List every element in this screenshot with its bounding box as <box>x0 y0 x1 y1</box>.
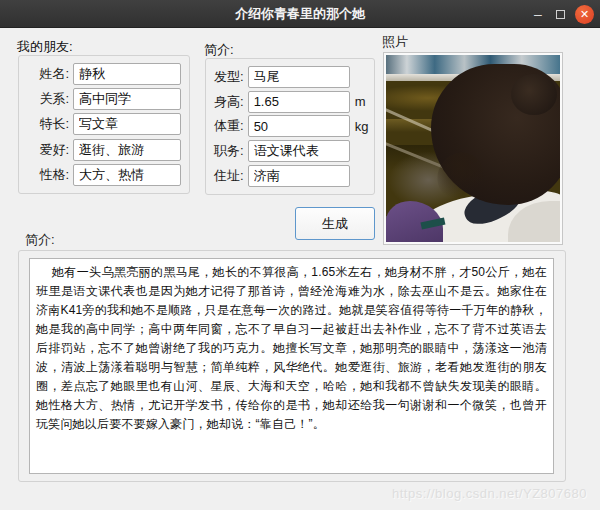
watermark-text: https://blog.csdn.net/YZ807680 <box>392 486 587 501</box>
duty-label: 职务: <box>214 142 244 160</box>
relation-input[interactable] <box>73 88 181 110</box>
address-input[interactable] <box>248 165 350 187</box>
photo-label: 照片 <box>382 33 408 51</box>
weight-unit: kg <box>355 119 369 134</box>
name-label: 姓名: <box>27 65 69 83</box>
field-row-specialty: 特长: <box>27 113 181 135</box>
height-unit: m <box>355 94 366 109</box>
specialty-label: 特长: <box>27 115 69 133</box>
personality-label: 性格: <box>27 166 69 184</box>
minimize-button-icon[interactable]: – <box>530 9 546 19</box>
summary-text: 她有一头乌黑亮丽的黑马尾，她长的不算很高，1.65米左右，她身材不胖，才50公斤… <box>30 259 553 438</box>
profile-groupbox: 简介: 发型: 身高: m 体重: kg 职务: <box>205 58 375 195</box>
field-row-duty: 职务: <box>214 140 366 162</box>
height-input[interactable] <box>248 91 350 113</box>
photo-hair-bun <box>511 74 556 115</box>
address-label: 住址: <box>214 167 244 185</box>
personality-input[interactable] <box>73 164 181 186</box>
field-row-hobby: 爱好: <box>27 139 181 161</box>
window-title: 介绍你青春里的那个她 <box>235 5 365 23</box>
weight-input[interactable] <box>248 115 350 137</box>
hobby-input[interactable] <box>73 139 181 161</box>
field-row-weight: 体重: kg <box>214 115 366 137</box>
summary-textedit[interactable]: 她有一头乌黑亮丽的黑马尾，她长的不算很高，1.65米左右，她身材不胖，才50公斤… <box>29 258 554 474</box>
weight-label: 体重: <box>214 117 244 135</box>
field-row-relation: 关系: <box>27 88 181 110</box>
field-row-address: 住址: <box>214 165 366 187</box>
name-input[interactable] <box>73 63 181 85</box>
summary-label: 简介: <box>25 231 55 249</box>
summary-groupbox: 她有一头乌黑亮丽的黑马尾，她长的不算很高，1.65米左右，她身材不胖，才50公斤… <box>18 250 566 482</box>
height-label: 身高: <box>214 93 244 111</box>
hobby-label: 爱好: <box>27 141 69 159</box>
photo-frame <box>383 52 563 245</box>
hairstyle-label: 发型: <box>214 68 244 86</box>
maximize-button-icon[interactable] <box>556 10 565 19</box>
relation-label: 关系: <box>27 90 69 108</box>
field-row-personality: 性格: <box>27 164 181 186</box>
close-button-icon[interactable]: ✕ <box>575 5 594 24</box>
duty-input[interactable] <box>248 140 350 162</box>
field-row-hairstyle: 发型: <box>214 66 366 88</box>
friend-groupbox: 我的朋友: 姓名: 关系: 特长: 爱好: 性格: <box>18 55 190 194</box>
titlebar: 介绍你青春里的那个她 – ✕ <box>0 0 600 28</box>
profile-groupbox-title: 简介: <box>204 41 234 59</box>
photo <box>386 55 560 242</box>
field-row-name: 姓名: <box>27 63 181 85</box>
generate-button[interactable]: 生成 <box>295 207 375 240</box>
friend-groupbox-title: 我的朋友: <box>17 38 73 56</box>
hairstyle-input[interactable] <box>248 66 350 88</box>
specialty-input[interactable] <box>73 113 181 135</box>
field-row-height: 身高: m <box>214 91 366 113</box>
window-controls: – ✕ <box>530 0 594 28</box>
app-window: 介绍你青春里的那个她 – ✕ 我的朋友: 姓名: 关系: 特长: 爱好: <box>0 0 600 510</box>
